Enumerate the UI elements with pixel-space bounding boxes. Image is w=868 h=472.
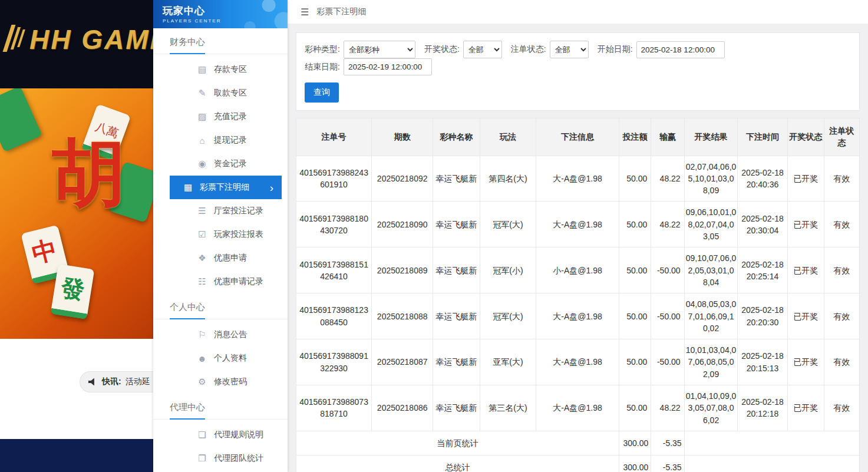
- sidebar-item-label: 存款专区: [214, 64, 247, 75]
- cell-bet-id: 401569173988151426410: [296, 247, 372, 293]
- cell-draw-status: 已开奖: [787, 385, 824, 431]
- bell-icon: ⚐: [197, 329, 207, 340]
- sidebar-item-agent-team-stats[interactable]: ❐ 代理团队统计: [170, 447, 282, 470]
- promo-record-icon: ☷: [197, 276, 207, 287]
- lottery-type-label: 彩种类型:: [305, 44, 340, 55]
- filter-start-date: 开始日期:: [598, 41, 725, 58]
- filter-lottery-type: 彩种类型: 全部彩种: [305, 41, 415, 58]
- sidebar-title: 玩家中心: [163, 4, 288, 18]
- cell-play: 冠军(大): [480, 202, 536, 247]
- table-header-row: 注单号 期数 彩种名称 玩法 下注信息 投注额 输赢 开奖结果 下注时间 开奖状…: [296, 118, 860, 156]
- cell-amount: 50.00: [619, 385, 651, 431]
- sidebar-item-withdraw-zone[interactable]: ✎ 取款专区: [170, 81, 282, 105]
- cell-amount: 50.00: [619, 156, 651, 202]
- cell-bet-info: 大-A盘@1.98: [536, 156, 619, 202]
- query-button[interactable]: 查询: [305, 82, 339, 103]
- draw-status-select[interactable]: 全部: [463, 41, 502, 58]
- start-date-input[interactable]: [636, 41, 725, 58]
- mahjong-promo-image: 八萬 胡 中 發: [0, 88, 153, 339]
- sidebar-item-profile[interactable]: ☻ 个人资料: [170, 346, 282, 370]
- sidebar-item-recharge-records[interactable]: ▨ 充值记录: [170, 105, 282, 128]
- cell-winloss: 48.22: [651, 385, 684, 431]
- col-result: 开奖结果: [684, 118, 738, 156]
- summary-amount: 300.00: [619, 431, 651, 455]
- cell-bet-id: 401569173988073818710: [296, 385, 372, 431]
- cell-bet-info: 大-A盘@1.98: [536, 385, 619, 431]
- deposit-icon: ▤: [197, 64, 207, 75]
- person-icon: ☻: [197, 354, 207, 364]
- sidebar-item-hall-bet-records[interactable]: ☰ 厅室投注记录: [170, 199, 282, 223]
- sidebar-item-announcements[interactable]: ⚐ 消息公告: [170, 323, 282, 346]
- ticker-label: 快讯:: [102, 377, 121, 387]
- cell-bet-info: 大-A盘@1.98: [536, 202, 619, 247]
- table-row: 401569173988180430720 20250218090 幸运飞艇新 …: [296, 202, 860, 247]
- sidebar-item-label: 厅室投注记录: [214, 206, 263, 216]
- cell-bet-status: 有效: [824, 156, 859, 202]
- sidebar-item-change-password[interactable]: ⚙ 修改密码: [170, 370, 282, 394]
- cell-draw-status: 已开奖: [787, 247, 824, 293]
- sidebar-item-promo-apply[interactable]: ❖ 优惠申请: [170, 246, 282, 270]
- summary-row-total: 总统计 300.00 -5.35: [296, 456, 860, 472]
- cell-lottery: 幸运飞艇新: [433, 339, 480, 385]
- sidebar-item-label: 代理规则说明: [214, 430, 263, 440]
- content-area: 彩种类型: 全部彩种 开奖状态: 全部 注单状态: 全部: [288, 24, 868, 472]
- end-date-label: 结束日期:: [305, 62, 340, 72]
- col-period: 期数: [372, 118, 433, 156]
- lottery-type-select[interactable]: 全部彩种: [344, 41, 415, 58]
- sidebar-item-label: 玩家投注报表: [214, 229, 263, 240]
- filter-end-date: 结束日期:: [305, 58, 432, 75]
- cell-result: 04,08,05,03,07,01,06,09,10,02: [684, 293, 738, 339]
- start-date-label: 开始日期:: [598, 44, 633, 55]
- hero-win-character: 胡: [52, 125, 126, 224]
- cell-time: 2025-02-18 20:25:14: [738, 247, 787, 293]
- sidebar-item-promo-apply-records[interactable]: ☷ 优惠申请记录: [170, 270, 282, 293]
- summary-empty: [684, 431, 859, 455]
- cell-result: 01,04,10,09,03,05,07,08,06,02: [684, 385, 738, 431]
- table-row: 401569173988091322930 20250218087 幸运飞艇新 …: [296, 339, 860, 385]
- site-footer-band: ★ N: [0, 439, 153, 472]
- sidebar-item-label: 彩票下注明细: [200, 182, 249, 193]
- cell-period: 20250218089: [372, 247, 433, 293]
- section-heading-finance: 财务中心: [153, 37, 288, 54]
- sidebar-item-deposit-zone[interactable]: ▤ 存款专区: [170, 58, 282, 81]
- bet-status-select[interactable]: 全部: [550, 41, 589, 58]
- ledger-icon: ❐: [197, 453, 207, 464]
- cell-winloss: 48.22: [651, 156, 684, 202]
- player-center-sidebar: 玩家中心 PLAYERS CENTER 财务中心 ▤ 存款专区 ✎ 取款专区 ▨…: [153, 0, 288, 472]
- end-date-input[interactable]: [344, 58, 432, 75]
- hamburger-menu-icon[interactable]: ☰: [301, 6, 309, 18]
- mahjong-tile: 發: [51, 264, 95, 320]
- cell-winloss: -50.00: [651, 339, 684, 385]
- cell-result: 09,06,10,01,08,02,07,04,03,05: [684, 202, 738, 247]
- cell-result: 09,10,07,06,02,05,03,01,08,04: [684, 247, 738, 293]
- cell-bet-status: 有效: [824, 385, 859, 431]
- cell-period: 20250218088: [372, 293, 433, 339]
- bet-records-table-card: 注单号 期数 彩种名称 玩法 下注信息 投注额 输赢 开奖结果 下注时间 开奖状…: [296, 118, 860, 472]
- draw-status-label: 开奖状态:: [424, 44, 460, 55]
- cell-amount: 50.00: [619, 339, 651, 385]
- sidebar-item-fund-records[interactable]: ◉ 资金记录: [170, 152, 282, 176]
- cell-lottery: 幸运飞艇新: [433, 202, 480, 247]
- table-row: 401569173988243601910 20250218092 幸运飞艇新 …: [296, 156, 860, 202]
- col-time: 下注时间: [738, 118, 787, 156]
- sidebar-item-agent-rules[interactable]: ❏ 代理规则说明: [170, 423, 282, 447]
- cell-play: 亚军(大): [480, 339, 536, 385]
- col-bet-status: 注单状态: [824, 118, 859, 156]
- section-heading-personal: 个人中心: [153, 302, 288, 319]
- sidebar-item-player-bet-report[interactable]: ☑ 玩家投注报表: [170, 223, 282, 246]
- bet-status-label: 注单状态:: [511, 44, 546, 55]
- sidebar-subtitle: PLAYERS CENTER: [163, 18, 288, 24]
- col-lottery-name: 彩种名称: [433, 118, 480, 156]
- cell-winloss: -50.00: [651, 247, 684, 293]
- cell-time: 2025-02-18 20:20:30: [738, 293, 787, 339]
- cell-amount: 50.00: [619, 293, 651, 339]
- cell-lottery: 幸运飞艇新: [433, 247, 480, 293]
- cell-bet-id: 401569173988180430720: [296, 202, 372, 247]
- site-logo: HH GAME: [29, 24, 153, 55]
- bet-records-table: 注单号 期数 彩种名称 玩法 下注信息 投注额 输赢 开奖结果 下注时间 开奖状…: [296, 118, 860, 472]
- cell-amount: 50.00: [619, 202, 651, 247]
- cell-bet-status: 有效: [824, 247, 859, 293]
- sidebar-item-cashout-records[interactable]: ⌂ 提现记录: [170, 128, 282, 152]
- cell-play: 冠军(小): [480, 247, 536, 293]
- sidebar-item-lottery-bet-details[interactable]: ▦ 彩票下注明细 ›: [170, 176, 282, 199]
